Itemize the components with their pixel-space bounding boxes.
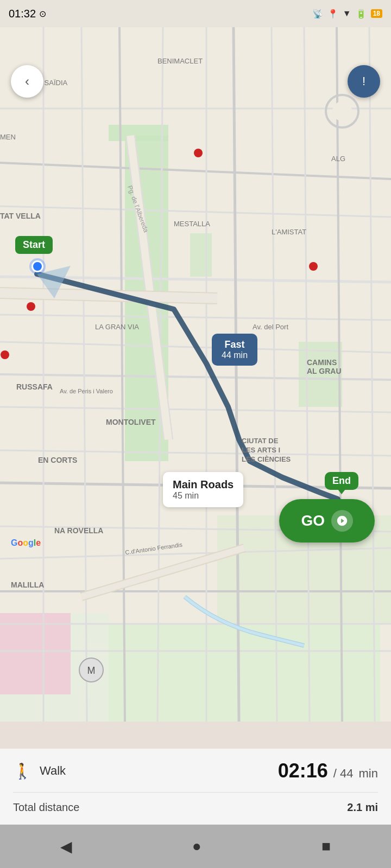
walk-min-value: / 44 [333, 767, 354, 780]
distance-label: Total distance [13, 801, 79, 814]
status-time: 01:32 ⊙ [9, 8, 46, 20]
walk-time-display: 02:16 / 44 min [278, 760, 378, 782]
distance-row: Total distance 2.1 mi [13, 801, 378, 814]
report-icon: ! [362, 74, 365, 88]
svg-point-46 [194, 149, 203, 157]
status-bar: 01:32 ⊙ 📡 📍 ▼ 🔋 18 [0, 0, 391, 27]
status-icons: 📡 📍 ▼ 🔋 18 [312, 9, 382, 19]
report-button[interactable]: ! [348, 65, 380, 98]
wifi-icon: ▼ [343, 9, 351, 18]
go-button-label: GO [301, 512, 325, 529]
nav-back-button[interactable]: ◀ [60, 838, 72, 856]
walk-label: Walk [40, 764, 66, 778]
time-display: 01:32 [9, 8, 36, 20]
end-marker: End [325, 472, 358, 490]
svg-point-47 [27, 302, 35, 311]
location-icon: ⊙ [39, 9, 46, 19]
svg-text:M: M [87, 665, 96, 676]
location-pin-icon: 📍 [327, 9, 338, 19]
map-svg: M [0, 27, 391, 722]
svg-rect-2 [109, 125, 168, 141]
walk-icon: 🚶 [13, 762, 32, 780]
navigation-bar: ◀ ● ■ [0, 825, 391, 868]
svg-point-49 [309, 262, 318, 271]
walk-min-unit: min [359, 767, 378, 780]
start-marker: Start [15, 236, 53, 254]
user-location-dot [31, 260, 43, 272]
google-logo: Google [11, 538, 41, 548]
svg-rect-8 [0, 613, 71, 694]
svg-point-41 [332, 101, 352, 121]
bottom-panel: 🚶 Walk 02:16 / 44 min Total distance 2.1… [0, 749, 391, 825]
svg-rect-3 [190, 233, 212, 277]
back-arrow-icon: ‹ [25, 74, 29, 89]
battery-badge: 18 [371, 9, 382, 18]
go-button[interactable]: GO [279, 499, 375, 542]
cast-icon: 📡 [312, 9, 323, 19]
fast-label-text: Fast [222, 339, 248, 350]
back-button[interactable]: ‹ [11, 65, 43, 98]
battery-icon: 🔋 [356, 9, 367, 19]
svg-point-48 [1, 350, 9, 359]
main-roads-route-label[interactable]: Main Roads 45 min [163, 472, 243, 507]
main-roads-time-text: 45 min [173, 491, 234, 501]
walk-mode-info: 🚶 Walk [13, 762, 66, 780]
main-roads-label-text: Main Roads [173, 478, 234, 491]
distance-value: 2.1 mi [347, 801, 378, 814]
nav-recents-button[interactable]: ■ [321, 838, 331, 855]
walk-time-value: 02:16 [278, 760, 328, 782]
nav-home-button[interactable]: ● [192, 838, 201, 855]
walk-row: 🚶 Walk 02:16 / 44 min [13, 760, 378, 793]
walk-duration: 02:16 / 44 min [278, 760, 378, 782]
map-area[interactable]: M BENIMACLET A SAÏDIA MEN ALG TAT VELLA … [0, 27, 391, 722]
fast-route-label[interactable]: Fast 44 min [212, 334, 257, 366]
fast-time-text: 44 min [222, 350, 248, 360]
go-arrow-icon [331, 510, 353, 532]
svg-rect-6 [109, 624, 380, 722]
